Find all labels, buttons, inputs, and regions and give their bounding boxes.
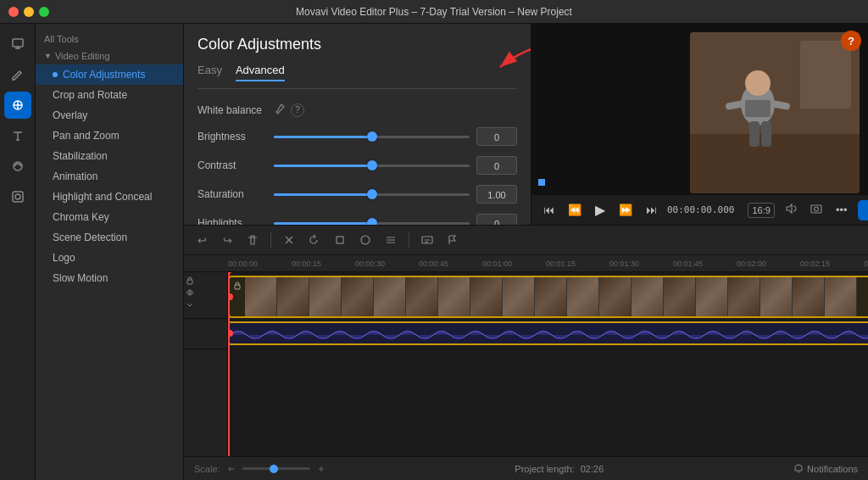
time-120: 00:02:00 bbox=[737, 260, 766, 268]
svg-rect-21 bbox=[187, 280, 192, 284]
sidebar-item-pan-zoom[interactable]: Pan and Zoom bbox=[36, 126, 183, 146]
saturation-value[interactable]: 1.00 bbox=[476, 185, 517, 204]
sidebar-item-scene-detection[interactable]: Scene Detection bbox=[36, 227, 183, 248]
undo-button[interactable]: ↩ bbox=[191, 229, 213, 251]
redo-button[interactable]: ↪ bbox=[216, 229, 238, 251]
video-thumb bbox=[696, 277, 728, 316]
color-icon[interactable] bbox=[4, 92, 31, 119]
sidebar-header-all-tools[interactable]: All Tools bbox=[36, 31, 183, 47]
rotate-button[interactable] bbox=[303, 229, 326, 251]
aspect-ratio-selector[interactable]: 16:9 bbox=[748, 203, 774, 218]
contrast-slider[interactable] bbox=[274, 165, 470, 167]
sidebar-item-label: Stabilization bbox=[53, 150, 108, 162]
contrast-row: Contrast 0 bbox=[198, 156, 517, 175]
sidebar-item-label: Pan and Zoom bbox=[53, 130, 120, 142]
active-dot-icon bbox=[53, 72, 58, 77]
sidebar-item-label: Scene Detection bbox=[53, 232, 127, 243]
filters-icon[interactable] bbox=[4, 183, 31, 210]
sidebar-item-label: Slow Motion bbox=[53, 272, 108, 284]
saturation-slider[interactable] bbox=[274, 193, 470, 196]
track-lock-icon[interactable] bbox=[186, 276, 194, 287]
contrast-value[interactable]: 0 bbox=[476, 156, 517, 175]
step-back-button[interactable]: ⏪ bbox=[565, 202, 585, 218]
main-layout: All Tools ▼ Video Editing Color Adjustme… bbox=[0, 24, 868, 480]
audio-track[interactable] bbox=[228, 321, 868, 345]
screenshot-icon[interactable] bbox=[807, 201, 826, 219]
highlights-row: Highlights 0 bbox=[198, 214, 517, 225]
crop-button[interactable] bbox=[329, 229, 351, 251]
help-icon[interactable]: ? bbox=[291, 103, 304, 117]
svg-rect-15 bbox=[761, 121, 771, 147]
sidebar-item-crop-rotate[interactable]: Crop and Rotate bbox=[36, 85, 183, 105]
video-thumb bbox=[760, 277, 793, 316]
more-options-icon[interactable]: ••• bbox=[832, 202, 851, 218]
cut-button[interactable] bbox=[278, 229, 300, 251]
brightness-slider[interactable] bbox=[274, 136, 470, 138]
scale-slider[interactable] bbox=[242, 467, 310, 470]
svg-point-17 bbox=[814, 207, 818, 211]
sidebar-item-highlight-conceal[interactable]: Highlight and Conceal bbox=[36, 187, 183, 207]
skip-back-button[interactable]: ⏮ bbox=[540, 202, 558, 218]
sidebar-item-slow-motion[interactable]: Slow Motion bbox=[36, 268, 183, 288]
sidebar-item-logo[interactable]: Logo bbox=[36, 248, 183, 268]
color-button[interactable] bbox=[354, 229, 376, 251]
volume-icon[interactable] bbox=[782, 201, 800, 219]
svg-rect-3 bbox=[13, 192, 23, 202]
time-display: 00:00:00.000 bbox=[667, 204, 734, 215]
panel-tabs: Easy Advanced bbox=[198, 64, 517, 89]
play-button[interactable]: ▶ bbox=[592, 200, 609, 220]
tab-easy[interactable]: Easy bbox=[198, 64, 222, 81]
skip-forward-button[interactable]: ⏭ bbox=[643, 202, 660, 218]
fullscreen-button[interactable] bbox=[39, 7, 49, 17]
panel-title: Color Adjustments bbox=[198, 36, 517, 53]
all-tools-label: All Tools bbox=[44, 34, 79, 44]
video-track[interactable] bbox=[228, 276, 868, 318]
notifications-button[interactable]: Notifications bbox=[793, 464, 858, 474]
zoom-out-icon[interactable] bbox=[227, 465, 236, 473]
eyedropper-icon[interactable] bbox=[274, 103, 286, 117]
white-balance-label: White balance bbox=[198, 104, 274, 116]
playhead[interactable] bbox=[228, 272, 230, 456]
time-0: 00:00:00 bbox=[228, 260, 258, 268]
captions-button[interactable] bbox=[416, 229, 438, 251]
video-thumb bbox=[567, 277, 599, 316]
left-toolbar bbox=[0, 24, 36, 480]
time-60: 00:01:00 bbox=[482, 260, 512, 268]
minimize-button[interactable] bbox=[24, 7, 34, 17]
transitions-icon[interactable] bbox=[4, 153, 31, 180]
zoom-in-icon[interactable] bbox=[317, 465, 326, 473]
sidebar-item-overlay[interactable]: Overlay bbox=[36, 105, 183, 126]
scale-thumb[interactable] bbox=[270, 465, 278, 473]
track-expand-icon[interactable] bbox=[186, 300, 194, 310]
video-thumb bbox=[825, 277, 857, 316]
sidebar-header-video-editing[interactable]: ▼ Video Editing bbox=[36, 47, 183, 64]
delete-button[interactable] bbox=[242, 229, 264, 251]
video-thumb bbox=[438, 277, 470, 316]
export-button[interactable]: Export bbox=[858, 200, 868, 220]
text-icon[interactable] bbox=[4, 122, 31, 149]
video-track-lock-icon[interactable] bbox=[233, 281, 242, 293]
sidebar-item-color-adjustments[interactable]: Color Adjustments bbox=[36, 64, 183, 85]
titlebar: Movavi Video Editor Plus – 7-Day Trial V… bbox=[0, 0, 868, 24]
step-forward-button[interactable]: ⏩ bbox=[615, 202, 636, 218]
track-eye-icon[interactable] bbox=[186, 288, 194, 299]
flag-button[interactable] bbox=[442, 229, 464, 251]
time-90: 00:01:30 bbox=[609, 260, 639, 268]
top-section: Color Adjustments Easy Advanced White ba… bbox=[184, 24, 868, 225]
edit-icon[interactable] bbox=[4, 61, 31, 88]
time-135: 00:02:15 bbox=[800, 260, 830, 268]
contrast-label: Contrast bbox=[198, 159, 274, 171]
brightness-value[interactable]: 0 bbox=[476, 127, 517, 146]
help-button[interactable]: ? bbox=[841, 31, 861, 51]
close-button[interactable] bbox=[8, 7, 19, 17]
import-icon[interactable] bbox=[4, 31, 31, 58]
video-thumb bbox=[470, 277, 503, 316]
sidebar-item-stabilization[interactable]: Stabilization bbox=[36, 146, 183, 166]
highlights-value[interactable]: 0 bbox=[476, 214, 517, 225]
list-button[interactable] bbox=[380, 229, 402, 251]
tab-advanced[interactable]: Advanced bbox=[236, 64, 285, 81]
highlights-slider[interactable] bbox=[274, 222, 470, 225]
sidebar-item-animation[interactable]: Animation bbox=[36, 166, 183, 187]
sidebar-item-chroma-key[interactable]: Chroma Key bbox=[36, 207, 183, 227]
video-thumb bbox=[374, 277, 406, 316]
